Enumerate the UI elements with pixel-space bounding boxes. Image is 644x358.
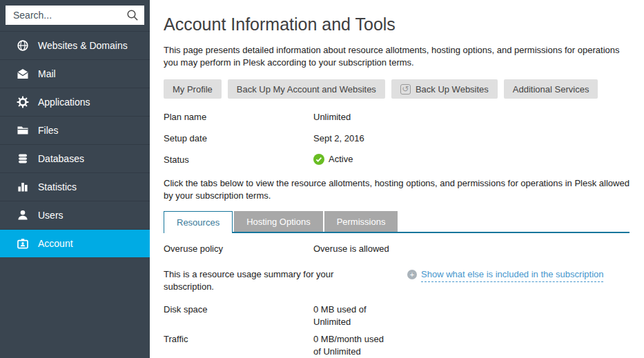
tab-permissions-label: Permissions	[337, 217, 386, 227]
tab-permissions[interactable]: Permissions	[324, 211, 398, 232]
sidebar: Websites & Domains Mail	[0, 0, 150, 358]
show-subscription-details-link[interactable]: + Show what else is included in the subs…	[407, 268, 603, 293]
backup-restore-icon: ↺	[400, 84, 411, 95]
sidebar-item-files[interactable]: Files	[0, 116, 150, 144]
sidebar-item-statistics[interactable]: Statistics	[0, 172, 150, 201]
sidebar-item-label: Statistics	[38, 181, 77, 192]
disk-space-value: 0 MB used of Unlimited	[313, 304, 393, 328]
plus-circle-icon: +	[407, 270, 417, 279]
additional-services-button-label: Additional Services	[513, 84, 589, 95]
search-input[interactable]	[6, 6, 144, 25]
id-card-icon	[17, 237, 29, 250]
sidebar-item-applications[interactable]: Applications	[0, 88, 150, 116]
sidebar-nav: Websites & Domains Mail	[0, 31, 150, 257]
tab-hosting-options[interactable]: Hosting Options	[234, 211, 323, 232]
traffic-row: Traffic 0 MB/month used of Unlimited	[164, 333, 630, 358]
traffic-value: 0 MB/month used of Unlimited	[313, 333, 393, 358]
status-label: Status	[164, 155, 313, 165]
sidebar-item-mail[interactable]: Mail	[0, 59, 150, 88]
mail-icon	[17, 68, 29, 80]
check-circle-icon	[313, 154, 324, 165]
overuse-policy-value: Overuse is allowed	[313, 243, 389, 254]
database-icon	[17, 152, 29, 165]
sidebar-item-label: Users	[38, 210, 64, 221]
plesk-app-window: Websites & Domains Mail	[0, 0, 644, 358]
gear-icon	[17, 96, 29, 108]
tabs-hint: Click the tabs below to view the resourc…	[164, 177, 630, 202]
tab-resources[interactable]: Resources	[164, 211, 233, 233]
user-icon	[17, 209, 29, 221]
page-title: Account Information and Tools	[164, 14, 630, 34]
sidebar-item-databases[interactable]: Databases	[0, 144, 150, 172]
disk-space-label: Disk space	[164, 304, 313, 328]
traffic-label: Traffic	[164, 333, 313, 358]
backup-account-button[interactable]: Back Up My Account and Websites	[228, 79, 385, 99]
sidebar-item-label: Account	[38, 238, 73, 249]
resources-tab-panel: Overuse policy Overuse is allowed This i…	[164, 243, 630, 358]
setup-date-row: Setup date Sept 2, 2016	[164, 133, 630, 143]
sidebar-item-label: Mail	[38, 68, 56, 79]
backup-websites-button[interactable]: ↺ Back Up Websites	[391, 79, 498, 99]
my-profile-button[interactable]: My Profile	[164, 79, 222, 99]
overuse-policy-label: Overuse policy	[164, 243, 313, 254]
sidebar-item-label: Applications	[38, 97, 90, 108]
tab-hosting-options-label: Hosting Options	[246, 217, 311, 227]
search-box	[0, 0, 150, 31]
status-row: Status Active	[164, 155, 630, 165]
show-subscription-details-link-label: Show what else is included in the subscr…	[421, 268, 603, 282]
sidebar-item-users[interactable]: Users	[0, 201, 150, 229]
page-description: This page presents detailed information …	[164, 44, 630, 69]
globe-icon	[17, 39, 29, 52]
plan-name-label: Plan name	[164, 112, 313, 122]
bar-chart-icon	[17, 181, 29, 193]
toolbar: My Profile Back Up My Account and Websit…	[164, 79, 630, 99]
additional-services-button[interactable]: Additional Services	[504, 79, 598, 99]
tab-strip: Resources Hosting Options Permissions	[164, 211, 630, 233]
setup-date-label: Setup date	[164, 133, 313, 143]
main-content: Account Information and Tools This page …	[150, 0, 644, 358]
resource-summary-block: This is a resource usage summary for you…	[164, 268, 630, 293]
plan-name-row: Plan name Unlimited	[164, 112, 630, 122]
backup-account-button-label: Back Up My Account and Websites	[237, 84, 376, 95]
resource-summary-text: This is a resource usage summary for you…	[164, 268, 378, 293]
setup-date-value: Sept 2, 2016	[313, 133, 364, 143]
folder-icon	[17, 124, 29, 137]
sidebar-item-label: Websites & Domains	[38, 40, 128, 51]
sidebar-item-label: Databases	[38, 153, 84, 164]
plan-info: Plan name Unlimited Setup date Sept 2, 2…	[164, 112, 630, 165]
status-text: Active	[329, 154, 353, 164]
search-icon[interactable]	[126, 9, 139, 21]
resource-summary-text-wrap: This is a resource usage summary for you…	[164, 268, 407, 293]
sidebar-item-websites-domains[interactable]: Websites & Domains	[0, 31, 150, 59]
my-profile-button-label: My Profile	[173, 84, 213, 95]
backup-websites-button-label: Back Up Websites	[416, 84, 489, 95]
usage-list: Disk space 0 MB used of Unlimited Traffi…	[164, 304, 630, 358]
overuse-policy-row: Overuse policy Overuse is allowed	[164, 243, 630, 254]
disk-space-row: Disk space 0 MB used of Unlimited	[164, 304, 630, 328]
plan-name-value: Unlimited	[313, 112, 351, 122]
sidebar-item-label: Files	[38, 125, 59, 136]
status-value: Active	[313, 153, 353, 165]
sidebar-item-account[interactable]: Account	[0, 229, 150, 257]
tab-resources-label: Resources	[177, 217, 219, 228]
